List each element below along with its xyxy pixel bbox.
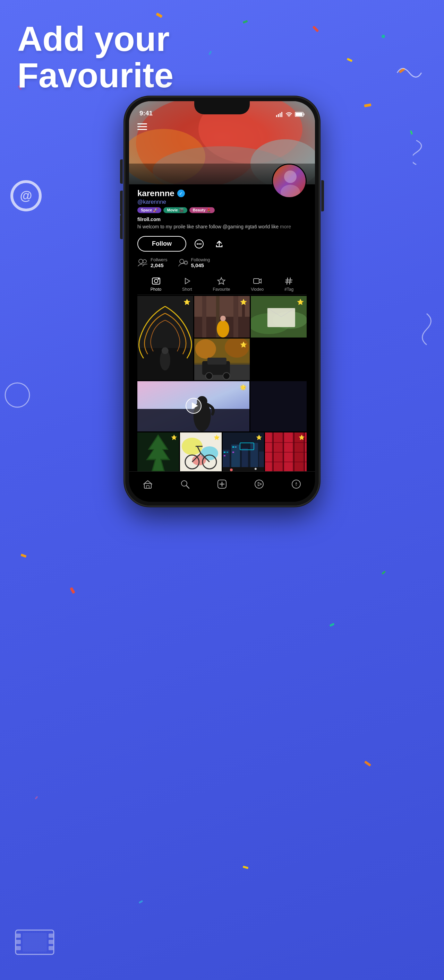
grid-item-5[interactable]: 🌟: [137, 381, 249, 431]
svg-rect-79: [251, 381, 307, 431]
wifi-icon: [286, 112, 292, 117]
bottom-nav-home[interactable]: [143, 479, 153, 489]
svg-rect-99: [224, 452, 225, 453]
svg-rect-15: [303, 113, 305, 115]
battery-icon: [295, 112, 305, 117]
short-tab-icon: [182, 277, 192, 286]
svg-rect-61: [267, 308, 295, 327]
share-button[interactable]: [212, 237, 227, 251]
svg-rect-4: [16, 946, 21, 950]
grid-item-2[interactable]: ⭐: [194, 296, 250, 337]
followers-icon: [137, 258, 148, 268]
stats-row: Follwers 2,045 Following: [137, 257, 307, 268]
grid-item-7[interactable]: ⭐: [180, 433, 222, 473]
star-badge-1: ⭐: [184, 299, 190, 305]
followers-label: Follwers: [150, 257, 167, 262]
svg-point-37: [158, 278, 159, 280]
message-icon: [195, 239, 204, 248]
star-badge-8: ⭐: [256, 434, 262, 440]
bottom-nav-play[interactable]: [254, 479, 264, 489]
svg-rect-8: [22, 933, 47, 951]
grid-item-6[interactable]: ⭐: [137, 433, 179, 473]
bio-text: hi welcom to my proile like share follow…: [137, 224, 278, 229]
tab-video[interactable]: Viodeo: [251, 277, 264, 292]
grid-item-4[interactable]: ⭐: [194, 339, 250, 380]
svg-rect-123: [146, 485, 149, 488]
svg-point-32: [180, 259, 184, 263]
avatar[interactable]: [272, 164, 307, 198]
svg-rect-7: [49, 946, 54, 950]
svg-point-72: [223, 372, 230, 379]
svg-point-66: [195, 339, 216, 359]
status-time: 9:41: [139, 110, 153, 117]
tags-row: Space 🚀 Movie 🎬 Beauty 💄: [137, 207, 307, 213]
bottom-nav-search[interactable]: [180, 479, 190, 489]
svg-rect-5: [49, 934, 54, 938]
star-badge-4: ⭐: [240, 341, 247, 348]
tab-short[interactable]: Short: [182, 277, 192, 292]
tag-space[interactable]: Space 🚀: [137, 207, 161, 213]
photo-grid-row2: 🌟: [137, 381, 307, 431]
grid-item-9[interactable]: ⭐: [265, 433, 307, 473]
signal-icon: [276, 111, 283, 117]
following-text: Following 5,045: [191, 257, 210, 268]
svg-rect-103: [235, 446, 236, 448]
grid-item-8[interactable]: ⭐: [223, 433, 264, 473]
hashtag-tab-icon: [284, 277, 294, 286]
bio-more[interactable]: more: [280, 224, 291, 229]
menu-button[interactable]: [137, 123, 147, 130]
grid-item-5b[interactable]: [251, 381, 307, 431]
svg-rect-11: [279, 113, 281, 117]
grid-item-1[interactable]: ⭐: [137, 296, 193, 380]
tab-hashtag-label: #Tag: [284, 287, 294, 292]
svg-rect-6: [49, 940, 54, 944]
profile-section: karennne ✓ @karennne Space 🚀 Movie 🎬 Bea…: [129, 185, 315, 478]
menu-line-2: [137, 126, 147, 127]
svg-rect-10: [278, 114, 279, 117]
grid-img-5b: [251, 381, 307, 431]
follow-button[interactable]: Follow: [137, 236, 186, 251]
grid-item-3[interactable]: ⭐: [251, 296, 307, 337]
compass-icon: [291, 479, 301, 489]
svg-marker-38: [185, 278, 190, 284]
svg-line-43: [290, 278, 290, 284]
deco-at-icon: [10, 180, 42, 212]
svg-point-56: [216, 320, 229, 337]
svg-rect-40: [254, 278, 259, 283]
tag-beauty[interactable]: Beauty 💄: [189, 207, 215, 213]
svg-rect-52: [202, 296, 206, 337]
svg-marker-39: [218, 278, 225, 284]
user-handle[interactable]: @karennne: [137, 199, 307, 205]
message-button[interactable]: [192, 237, 206, 251]
star-badge-9: ⭐: [299, 434, 305, 440]
headline-line1: Add your: [18, 19, 169, 58]
star-badge-5: 🌟: [240, 384, 247, 391]
bottom-nav: [129, 471, 315, 502]
svg-point-33: [185, 261, 187, 264]
svg-rect-9: [276, 115, 277, 117]
bio-website[interactable]: filroll.com: [137, 216, 161, 222]
menu-line-3: [137, 129, 147, 130]
svg-point-108: [254, 468, 256, 470]
tab-short-label: Short: [182, 287, 192, 292]
tab-photo[interactable]: Photo: [150, 277, 161, 292]
tag-movie[interactable]: Movie 🎬: [163, 207, 187, 213]
following-stat[interactable]: Following 5,045: [177, 257, 210, 268]
photo-grid-row3: ⭐: [137, 433, 307, 473]
svg-point-30: [139, 259, 143, 263]
play-button-overlay[interactable]: [185, 397, 202, 416]
svg-marker-132: [295, 482, 297, 484]
share-icon: [215, 239, 224, 248]
phone-mockup: 9:41: [125, 97, 319, 506]
tab-favourite[interactable]: Favourite: [212, 277, 230, 292]
svg-point-27: [197, 243, 198, 245]
bottom-nav-add[interactable]: [217, 479, 227, 489]
add-icon: [217, 479, 227, 489]
tab-hashtag[interactable]: #Tag: [284, 277, 294, 292]
play-nav-icon: [254, 479, 264, 489]
followers-stat[interactable]: Follwers 2,045: [137, 257, 167, 268]
film-strip-icon: [14, 927, 56, 959]
svg-point-36: [154, 279, 158, 283]
bottom-nav-compass[interactable]: [291, 479, 301, 489]
fav-tab-icon: [217, 277, 226, 286]
